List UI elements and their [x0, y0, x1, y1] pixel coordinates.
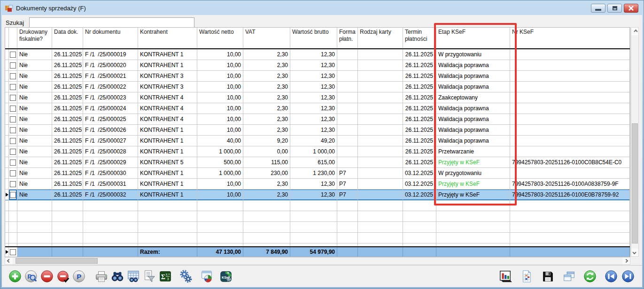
row-checkbox[interactable] [10, 160, 16, 166]
row-checkbox[interactable] [10, 52, 16, 58]
row-checkbox[interactable] [10, 149, 16, 155]
horizontal-scroll-thumb[interactable] [16, 258, 98, 264]
empty-row[interactable] [5, 222, 630, 233]
column-header-0[interactable] [5, 28, 9, 48]
restore-button[interactable] [607, 4, 622, 13]
row-checkbox-cell[interactable] [9, 179, 17, 190]
row-checkbox[interactable] [10, 138, 16, 144]
table-row[interactable]: Nie 26.11.2025 F /1 /25/000020 KONTRAHEN… [5, 60, 630, 71]
fiscal-p-button[interactable]: P [71, 269, 86, 284]
row-checkbox-cell[interactable] [9, 222, 17, 233]
scroll-left-button[interactable] [5, 258, 13, 264]
column-header-2[interactable]: Drukowany fiskalnie? [17, 28, 52, 48]
table-row[interactable]: Nie 26.11.2025 F /1 /25/000029 KONTRAHEN… [5, 157, 630, 168]
table-row[interactable]: Nie 26.11.2025 F /1 /25/000025 KONTRAHEN… [5, 114, 630, 125]
column-header-4[interactable]: Nr dokumentu [83, 28, 138, 48]
delete-button[interactable] [39, 269, 54, 284]
minimize-button[interactable] [591, 4, 605, 13]
settings-button[interactable] [178, 269, 194, 284]
vertical-scroll-thumb[interactable] [632, 123, 638, 243]
table-row[interactable]: Nie 26.11.2025 F /1 /25/000024 KONTRAHEN… [5, 103, 630, 114]
save-button[interactable] [540, 269, 555, 284]
column-header-5[interactable]: Kontrahent [138, 28, 197, 48]
row-checkbox-cell[interactable] [9, 168, 17, 179]
row-checkbox-cell[interactable] [9, 136, 17, 146]
row-checkbox-cell[interactable] [9, 233, 17, 243]
column-header-13[interactable]: Nr KSeF [510, 28, 630, 48]
row-checkbox-cell[interactable] [9, 114, 17, 125]
row-checkbox[interactable] [10, 192, 16, 198]
add-button[interactable] [8, 269, 23, 284]
filter-button[interactable] [142, 269, 157, 284]
row-checkbox-cell[interactable] [9, 60, 17, 71]
table-row[interactable]: Nie 26.11.2025 F /1 /25/000023 KONTRAHEN… [5, 92, 630, 103]
summary-checkbox[interactable] [10, 249, 16, 255]
table-row[interactable]: Nie 26.11.2025 F /1 /25/000026 KONTRAHEN… [5, 125, 630, 136]
row-checkbox[interactable] [10, 106, 16, 112]
table-row[interactable]: Nie 26.11.2025 F /1 /25/000021 KONTRAHEN… [5, 71, 630, 82]
search-input[interactable] [29, 17, 194, 28]
find-button[interactable] [110, 269, 125, 284]
ksef-button[interactable]: KSeF [218, 269, 233, 284]
scroll-down-button[interactable] [631, 249, 638, 256]
empty-row[interactable] [5, 200, 630, 211]
row-checkbox[interactable] [10, 116, 16, 122]
row-checkbox-cell[interactable] [9, 71, 17, 82]
summary-checkbox-cell[interactable] [9, 247, 17, 257]
empty-row[interactable] [5, 211, 630, 222]
column-header-1[interactable] [9, 28, 17, 48]
title-bar[interactable]: Dokumenty sprzedaży (F) [2, 1, 642, 15]
table-row[interactable]: Nie 26.11.2025 F /1 /25/000032 KONTRAHEN… [5, 190, 630, 200]
windows-button[interactable] [561, 269, 576, 284]
reports-button[interactable] [199, 269, 214, 284]
row-checkbox[interactable] [10, 73, 16, 79]
delete-selected-button[interactable] [55, 269, 70, 284]
row-checkbox-cell[interactable] [9, 92, 17, 103]
table-row[interactable]: Nie 26.11.2025 F /1 /25/000031 KONTRAHEN… [5, 179, 630, 190]
empty-row[interactable] [5, 233, 630, 243]
table-row[interactable]: Nie 26.11.2025 F /1 /25/000027 KONTRAHEN… [5, 136, 630, 146]
row-checkbox-cell[interactable] [9, 190, 17, 200]
row-checkbox[interactable] [10, 84, 16, 90]
column-header-10[interactable]: Rodzaj karty [358, 28, 403, 48]
table-row[interactable]: Nie 26.11.2025 F /1 /25/000030 KONTRAHEN… [5, 168, 630, 179]
row-checkbox-cell[interactable] [9, 125, 17, 136]
grid-find-button[interactable] [126, 269, 141, 284]
first-record-button[interactable] [604, 269, 619, 284]
table-row[interactable]: Nie 26.11.2025 F /1 /25/000019 KONTRAHEN… [5, 49, 630, 60]
column-header-6[interactable]: Wartość netto [197, 28, 243, 48]
column-header-9[interactable]: Forma płatn. [337, 28, 358, 48]
row-checkbox[interactable] [10, 170, 16, 176]
row-checkbox-cell[interactable] [9, 49, 17, 60]
column-header-3[interactable]: Data dok. [52, 28, 83, 48]
vertical-scrollbar[interactable] [631, 27, 639, 257]
row-checkbox[interactable] [10, 95, 16, 101]
column-header-8[interactable]: Wartość brutto [290, 28, 337, 48]
row-checkbox-cell[interactable] [9, 82, 17, 92]
row-checkbox-cell[interactable] [9, 211, 17, 222]
row-checkbox-cell[interactable] [9, 200, 17, 211]
row-checkbox-cell[interactable] [9, 243, 17, 246]
close-button[interactable] [624, 4, 638, 13]
scroll-up-button[interactable] [631, 28, 638, 35]
row-checkbox[interactable] [10, 127, 16, 133]
column-header-12[interactable]: Etap KSeF [436, 28, 510, 48]
row-checkbox-cell[interactable] [9, 103, 17, 114]
preview-button[interactable]: P [23, 269, 39, 284]
last-record-button[interactable] [621, 269, 636, 284]
print-button[interactable] [94, 269, 109, 284]
row-checkbox-cell[interactable] [9, 146, 17, 157]
sum-button[interactable]: Σ x + 4 3 [158, 269, 173, 284]
horizontal-scrollbar[interactable] [5, 257, 630, 265]
refresh-button[interactable] [582, 269, 597, 284]
column-header-11[interactable]: Termin płatności [403, 28, 436, 48]
row-checkbox[interactable] [10, 62, 16, 68]
export-spreadsheet-button[interactable] [519, 269, 534, 284]
row-checkbox-cell[interactable] [9, 157, 17, 168]
empty-row[interactable] [5, 243, 630, 246]
table-row[interactable]: Nie 26.11.2025 F /1 /25/000028 KONTRAHEN… [5, 146, 630, 157]
scroll-right-button[interactable] [622, 258, 630, 264]
chart-button[interactable] [498, 269, 513, 284]
table-row[interactable]: Nie 26.11.2025 F /1 /25/000022 KONTRAHEN… [5, 82, 630, 92]
row-checkbox[interactable] [10, 181, 16, 187]
